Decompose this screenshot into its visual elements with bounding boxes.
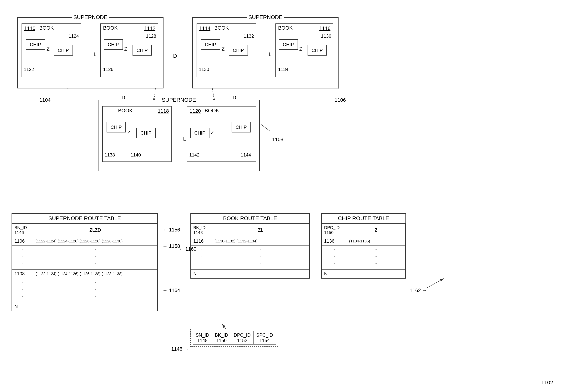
book-id-1120: 1120: [190, 108, 201, 114]
chip-row-n-val: [347, 269, 405, 278]
d-label-mid-right: D: [233, 95, 236, 100]
chip-id-1138: 1138: [105, 152, 115, 158]
ref-1160: ← 1160: [179, 246, 196, 252]
book-id-1110: 1110: [24, 25, 35, 31]
book-route-table: BOOK ROUTE TABLE BK_ID 1148 ZL 1116 (113…: [190, 213, 310, 279]
chip-id-1126: 1126: [103, 67, 113, 72]
chip-row-1136: 1136: [322, 237, 347, 246]
supernode-top-right-label: SUPERNODE: [247, 14, 284, 20]
supernode-middle: SUPERNODE D D BOOK 1118 CHIP 1138 Z CHIP…: [98, 100, 260, 171]
addr-dpc-id: DPC_ID 1152: [231, 331, 254, 345]
chip-id-1144: 1144: [241, 152, 251, 158]
z-label-1112: Z: [124, 46, 127, 52]
z-col-header-chip: Z: [347, 224, 405, 237]
book-label-1110: BOOK: [39, 25, 54, 31]
book-1114: 1114 BOOK CHIP 1130 Z CHIP 1132: [197, 23, 256, 77]
address-box: SN_ID 1148 BK_ID 1150 DPC_ID 1152 SPC_ID…: [190, 329, 278, 347]
ref-1158: ← 1158: [163, 243, 180, 249]
ref-1108: 1108: [272, 137, 283, 142]
chip-1124: CHIP: [54, 45, 73, 56]
chip-route-table-title: CHIP ROUTE TABLE: [322, 214, 405, 224]
zlzd-col-header: ZLZD: [33, 224, 157, 237]
supernode-top-left: SUPERNODE 1110 BOOK CHIP 1122 Z CHIP 112…: [17, 17, 163, 88]
ref-1162: 1162 →: [410, 287, 427, 293]
sn-dots-1b: °°°: [33, 246, 157, 269]
ref-1104: 1104: [40, 97, 51, 103]
supernode-middle-label: SUPERNODE: [160, 97, 197, 103]
z-label-1110: Z: [46, 46, 50, 52]
bk-row-n: N: [191, 269, 212, 278]
bk-row-1116-val: (1130-1132),(1132-1134): [212, 237, 309, 246]
chip-id-1122: 1122: [24, 67, 34, 72]
supernode-route-table: SUPERNODE ROUTE TABLE SN_ID 1146 ZLZD 11…: [12, 213, 158, 311]
chip-1140: CHIP: [136, 128, 156, 138]
ref-1106: 1106: [335, 97, 346, 103]
chip-1134: CHIP: [279, 39, 298, 50]
sn-col-header: SN_ID 1146: [12, 224, 33, 237]
book-1116: BOOK 1116 CHIP 1134 Z CHIP 1136: [275, 23, 333, 77]
d-label-top: D: [173, 53, 177, 59]
ref-1156: ← 1156: [163, 227, 180, 233]
book-id-1112: 1112: [144, 25, 156, 31]
book-1112: BOOK 1112 CHIP 1126 Z CHIP 1128: [100, 23, 158, 77]
sn-row-1106-val: (1122-1124),(1124-1126),(1126-1128),(112…: [33, 237, 157, 246]
sn-row-1108: 1108: [12, 269, 33, 278]
book-label-1118: BOOK: [118, 108, 132, 114]
chip-id-1132: 1132: [244, 33, 254, 39]
sn-row-n: N: [12, 302, 33, 311]
chip-id-1128: 1128: [146, 33, 156, 39]
book-id-1114: 1114: [199, 25, 211, 31]
chip-id-1136: 1136: [321, 33, 331, 39]
chip-row-1136-val: (1134-1136): [347, 237, 405, 246]
chip-route-table: CHIP ROUTE TABLE DPC_ID 1150 Z 1136 (113…: [321, 213, 406, 279]
bk-col-header: BK_ID 1148: [191, 224, 212, 237]
ref-1164: ← 1164: [163, 287, 180, 293]
sn-row-1108-val: (1122-1124),(1124-1126),(1126-1128),(112…: [33, 269, 157, 278]
ref-1146: 1146 →: [171, 346, 189, 352]
z-label-1118: Z: [127, 130, 130, 136]
book-1110: 1110 BOOK CHIP 1122 Z CHIP 1124: [22, 23, 81, 77]
bk-row-n-val: [212, 269, 309, 278]
sn-row-1106: 1106: [12, 237, 33, 246]
z-label-1120: Z: [211, 130, 214, 136]
bk-dots-1b: °°°: [212, 246, 309, 269]
book-1120: 1120 BOOK CHIP 1142 Z CHIP 1144: [187, 106, 256, 162]
l-label-middle: L: [183, 136, 186, 142]
addr-spc-id: SPC_ID 1154: [254, 331, 276, 345]
chip-row-n: N: [322, 269, 347, 278]
sn-dots-2: °°°: [12, 278, 33, 302]
sn-row-n-val: [33, 302, 157, 311]
chip-1142: CHIP: [190, 128, 210, 138]
chip-dots-1b: °°°: [347, 246, 405, 269]
zl-col-header: ZL: [212, 224, 309, 237]
bk-row-1116: 1116: [191, 237, 212, 246]
l-label-top-left: L: [94, 51, 96, 57]
chip-1128: CHIP: [132, 45, 152, 56]
book-1118: BOOK 1118 CHIP 1138 Z CHIP 1140: [102, 106, 171, 162]
d-label-mid-left: D: [122, 95, 125, 100]
z-label-1114: Z: [222, 46, 225, 52]
supernode-route-table-title: SUPERNODE ROUTE TABLE: [12, 214, 157, 224]
chip-1136: CHIP: [308, 45, 327, 56]
chip-1130: CHIP: [201, 39, 220, 50]
addr-sn-id: SN_ID 1148: [193, 331, 212, 345]
supernode-top-right: SUPERNODE 1114 BOOK CHIP 1130 Z CHIP 113…: [192, 17, 339, 88]
chip-1126: CHIP: [104, 39, 123, 50]
chip-id-1130: 1130: [199, 67, 209, 72]
chip-dots-1: °°°: [322, 246, 347, 269]
chip-1132: CHIP: [229, 45, 248, 56]
dpc-col-header: DPC_ID 1150: [322, 224, 347, 237]
chip-id-1142: 1142: [189, 152, 199, 158]
chip-1122: CHIP: [26, 39, 45, 50]
addr-bk-id: BK_ID 1150: [212, 331, 231, 345]
book-route-table-title: BOOK ROUTE TABLE: [191, 214, 309, 224]
book-label-1112: BOOK: [103, 25, 117, 31]
chip-id-1134: 1134: [278, 67, 288, 72]
chip-id-1140: 1140: [131, 152, 141, 158]
l-label-top-right: L: [269, 51, 271, 57]
book-id-1118: 1118: [158, 108, 169, 114]
sn-dots-1: °°°: [12, 246, 33, 269]
chip-1144: CHIP: [232, 122, 251, 132]
chip-1138: CHIP: [107, 122, 126, 132]
book-id-1116: 1116: [319, 25, 330, 31]
